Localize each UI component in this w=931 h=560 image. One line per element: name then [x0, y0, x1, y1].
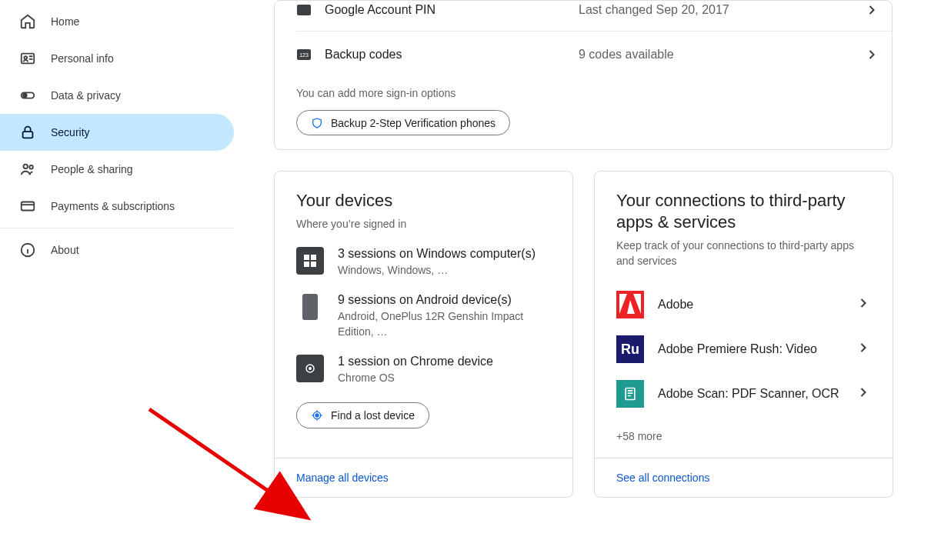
app-row-adobe-scan[interactable]: Adobe Scan: PDF Scanner, OCR	[616, 372, 871, 416]
sidebar-separator	[0, 228, 234, 228]
device-title: 9 sessions on Android device(s)	[338, 292, 551, 308]
more-apps-text: +58 more	[616, 430, 871, 442]
svg-rect-13	[311, 255, 316, 260]
app-label: Adobe	[658, 296, 842, 313]
app-label: Adobe Premiere Rush: Video	[658, 341, 842, 358]
adobe-logo-icon	[616, 291, 644, 318]
premiere-rush-logo-icon: Ru	[616, 335, 644, 363]
svg-text:123: 123	[299, 52, 309, 58]
svg-rect-9	[297, 5, 311, 15]
sidebar-item-label: People & sharing	[51, 163, 133, 175]
chevron-right-icon	[856, 385, 871, 403]
sidebar-item-label: Data & privacy	[51, 89, 121, 102]
card-icon	[18, 197, 37, 215]
device-row-windows[interactable]: 3 sessions on Windows computer(s) Window…	[296, 245, 551, 278]
row-title: Backup codes	[325, 48, 579, 62]
device-sub: Android, OnePlus 12R Genshin Impact Edit…	[338, 308, 551, 339]
your-devices-panel: Your devices Where you’re signed in 3 se…	[274, 171, 573, 498]
chevron-right-icon	[863, 1, 881, 19]
backup-codes-icon: 123	[296, 47, 312, 62]
sidebar-item-label: Home	[51, 15, 79, 28]
sidebar: Home Personal info Data & privacy Securi…	[0, 0, 234, 498]
svg-point-5	[24, 165, 28, 169]
sidebar-item-payments[interactable]: Payments & subscriptions	[0, 188, 234, 225]
chevron-right-icon	[856, 340, 871, 358]
main-content: Google Account PIN Last changed Sep 20, …	[234, 0, 931, 498]
windows-icon	[296, 247, 324, 275]
panel-title: Your connections to third-party apps & s…	[616, 190, 871, 233]
device-title: 3 sessions on Windows computer(s)	[338, 245, 536, 262]
sidebar-item-security[interactable]: Security	[0, 114, 234, 151]
phone-icon	[296, 293, 324, 321]
svg-rect-14	[304, 262, 309, 267]
svg-marker-22	[627, 300, 635, 314]
manage-all-devices-link[interactable]: Manage all devices	[296, 472, 389, 484]
button-label: Find a lost device	[331, 409, 415, 422]
row-value: Last changed Sep 20, 2017	[579, 3, 863, 17]
row-backup-codes[interactable]: 123 Backup codes 9 codes available	[275, 32, 892, 78]
adobe-scan-logo-icon	[616, 380, 644, 408]
panel-subtitle: Where you’re signed in	[296, 216, 551, 232]
see-all-connections-link[interactable]: See all connections	[616, 472, 709, 484]
sidebar-item-home[interactable]: Home	[0, 3, 234, 40]
svg-point-6	[29, 165, 33, 169]
svg-marker-20	[619, 294, 627, 314]
svg-rect-4	[23, 132, 33, 138]
row-title: Google Account PIN	[325, 3, 579, 17]
sidebar-item-personal-info[interactable]: Personal info	[0, 40, 234, 77]
button-label: Backup 2-Step Verification phones	[331, 117, 496, 129]
chevron-right-icon	[863, 45, 881, 64]
row-value: 9 codes available	[579, 48, 863, 62]
info-icon	[18, 241, 37, 259]
svg-rect-15	[311, 262, 316, 267]
chevron-right-icon	[856, 295, 871, 314]
app-row-adobe[interactable]: Adobe	[616, 282, 871, 327]
device-row-android[interactable]: 9 sessions on Android device(s) Android,…	[296, 292, 551, 339]
third-party-connections-panel: Your connections to third-party apps & s…	[594, 171, 893, 498]
sidebar-item-about[interactable]: About	[0, 232, 234, 268]
svg-point-17	[309, 367, 312, 370]
home-icon	[18, 12, 37, 31]
sidebar-item-label: Payments & subscriptions	[51, 200, 175, 212]
sign-in-hint: You can add more sign-in options	[275, 78, 892, 99]
device-sub: Chrome OS	[338, 370, 493, 385]
pin-icon	[296, 2, 312, 18]
sign-in-options-card: Google Account PIN Last changed Sep 20, …	[274, 0, 893, 150]
shield-icon	[311, 117, 323, 129]
svg-point-19	[315, 414, 319, 417]
device-row-chrome[interactable]: 1 session on Chrome device Chrome OS	[296, 353, 551, 385]
sidebar-item-label: About	[51, 244, 79, 256]
svg-point-1	[24, 56, 27, 59]
find-lost-device-button[interactable]: Find a lost device	[296, 402, 429, 428]
svg-point-3	[23, 94, 27, 98]
id-card-icon	[18, 49, 37, 68]
chrome-device-icon	[296, 355, 324, 382]
device-title: 1 session on Chrome device	[338, 353, 493, 370]
panel-title: Your devices	[296, 190, 551, 212]
sidebar-item-label: Personal info	[51, 52, 114, 65]
device-sub: Windows, Windows, …	[338, 262, 536, 278]
svg-rect-7	[22, 202, 35, 211]
app-label: Adobe Scan: PDF Scanner, OCR	[658, 385, 842, 402]
target-icon	[311, 409, 323, 422]
lock-icon	[18, 123, 37, 142]
sidebar-item-label: Security	[51, 126, 90, 138]
people-icon	[18, 160, 37, 178]
app-row-premiere-rush[interactable]: Ru Adobe Premiere Rush: Video	[616, 327, 871, 372]
toggle-icon	[18, 86, 37, 105]
sidebar-item-people-sharing[interactable]: People & sharing	[0, 151, 234, 188]
svg-rect-12	[304, 255, 309, 260]
row-google-account-pin[interactable]: Google Account PIN Last changed Sep 20, …	[275, 1, 892, 31]
svg-marker-21	[633, 294, 641, 314]
sidebar-item-data-privacy[interactable]: Data & privacy	[0, 77, 234, 114]
backup-2sv-phones-button[interactable]: Backup 2-Step Verification phones	[296, 110, 510, 135]
panel-subtitle: Keep track of your connections to third-…	[616, 238, 871, 268]
